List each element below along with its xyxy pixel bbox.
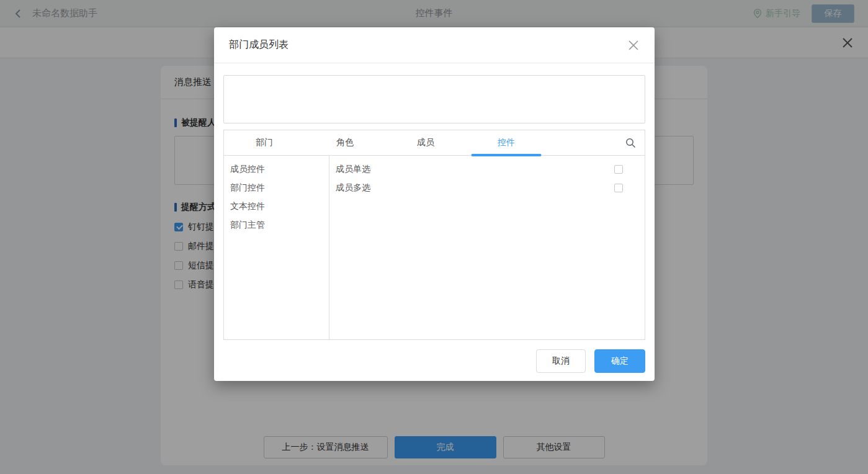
tab-department[interactable]: 部门 [224, 130, 305, 155]
modal-title: 部门成员列表 [229, 38, 289, 51]
search-icon[interactable] [625, 138, 636, 148]
list-item[interactable]: 部门控件 [224, 179, 329, 197]
cancel-button[interactable]: 取消 [536, 349, 586, 373]
list-item[interactable]: 文本控件 [224, 197, 329, 216]
list-item[interactable]: 成员单选 [329, 160, 645, 179]
option-label: 成员多选 [336, 182, 370, 194]
control-option-list: 成员单选 成员多选 [329, 156, 645, 339]
list-item[interactable]: 成员多选 [329, 179, 645, 197]
modal-footer: 取消 确定 [223, 349, 645, 373]
member-picker: 部门 角色 成员 控件 成员控件 部门控件 文本控件 部门主管 成员单选 [223, 130, 645, 340]
list-item[interactable]: 成员控件 [224, 160, 329, 179]
checkbox-unchecked[interactable] [614, 184, 623, 192]
tab-role[interactable]: 角色 [305, 130, 385, 155]
department-member-dialog: 部门成员列表 部门 角色 成员 控件 成员控件 部门控件 文本控件 部门主管 [214, 27, 655, 381]
confirm-button[interactable]: 确定 [594, 349, 645, 373]
tab-member[interactable]: 成员 [385, 130, 466, 155]
modal-close-icon[interactable] [627, 39, 640, 51]
option-label: 成员单选 [336, 164, 370, 175]
modal-header: 部门成员列表 [214, 27, 655, 63]
selected-items-box[interactable] [223, 75, 645, 123]
checkbox-unchecked[interactable] [614, 165, 623, 174]
picker-tabs: 部门 角色 成员 控件 [224, 130, 645, 156]
tab-control[interactable]: 控件 [466, 130, 547, 155]
list-item[interactable]: 部门主管 [224, 216, 329, 235]
control-category-list: 成员控件 部门控件 文本控件 部门主管 [224, 156, 329, 339]
